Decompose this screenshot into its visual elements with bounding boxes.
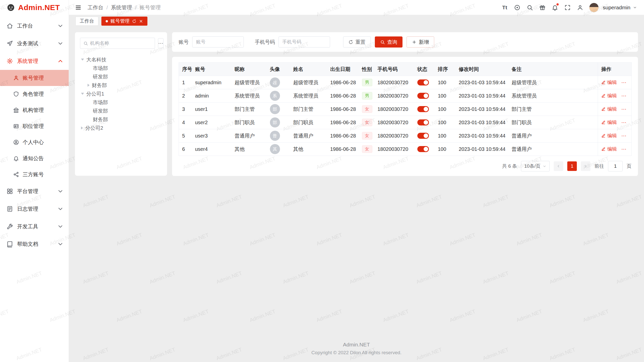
gender-badge: 女: [362, 119, 372, 126]
global-search-button[interactable]: [524, 2, 535, 13]
row-more-actions-button[interactable]: ⋯: [621, 146, 627, 152]
prev-page-button[interactable]: [554, 161, 563, 171]
goto-label: 前往: [594, 163, 604, 169]
edit-button[interactable]: 编辑: [601, 146, 617, 152]
refresh-icon: [348, 40, 353, 44]
pagination: 共 6 条 10条/页 1 前往 页: [179, 161, 631, 171]
lock-screen-button[interactable]: [575, 2, 586, 13]
sidebar-item-personal-center[interactable]: 个人中心: [0, 134, 69, 150]
current-page-button[interactable]: 1: [567, 161, 577, 171]
grid-icon: [7, 188, 13, 195]
cell-account: user1: [192, 103, 231, 116]
top-bar: 工作台 / 系统管理 / 账号管理 Tt superadmin: [69, 0, 644, 15]
sidebar-item-org-management[interactable]: 机构管理: [0, 102, 69, 118]
wrench-icon: [7, 223, 13, 230]
status-toggle[interactable]: [417, 119, 429, 125]
app-logo[interactable]: Admin.NET: [0, 0, 69, 15]
id-badge-icon: [13, 123, 19, 129]
status-toggle[interactable]: [417, 93, 429, 99]
skin-button[interactable]: [537, 2, 548, 13]
tab-account-management[interactable]: 账号管理: [101, 17, 147, 26]
filter-bar: 账号 手机号码 重置 查询: [172, 32, 638, 52]
edit-button[interactable]: 编辑: [601, 119, 617, 126]
edit-icon: [601, 80, 606, 85]
org-tree-toolbar: ⋯: [80, 38, 162, 49]
cell-modified: 2023-01-03 10:59:44: [456, 76, 508, 89]
org-search-input[interactable]: [90, 40, 152, 46]
plus-icon: [412, 40, 417, 44]
hamburger-menu-icon[interactable]: [75, 4, 82, 11]
status-toggle[interactable]: [417, 106, 429, 112]
row-more-actions-button[interactable]: ⋯: [621, 133, 627, 139]
edit-icon: [601, 120, 606, 125]
search-button[interactable]: 查询: [375, 36, 403, 48]
column-header-name: 姓名: [290, 63, 327, 76]
reset-button[interactable]: 重置: [343, 36, 371, 48]
row-more-actions-button[interactable]: ⋯: [621, 79, 627, 85]
edit-button[interactable]: 编辑: [601, 132, 617, 139]
sidebar-item-role-management[interactable]: 角色管理: [0, 86, 69, 102]
row-more-actions-button[interactable]: ⋯: [621, 119, 627, 125]
tree-node[interactable]: 研发部: [80, 72, 162, 81]
sidebar-item-platform-management[interactable]: 平台管理: [0, 183, 69, 200]
sidebar-item-third-party-account[interactable]: 三方账号: [0, 166, 69, 183]
next-page-button[interactable]: [581, 161, 590, 171]
sidebar-item-help-docs[interactable]: 帮助文档: [0, 235, 69, 253]
sidebar-item-position-management[interactable]: 职位管理: [0, 118, 69, 134]
document-icon: [7, 206, 13, 212]
tree-node[interactable]: 财务部: [80, 81, 162, 89]
tree-node[interactable]: 研发部: [80, 107, 162, 115]
table-row: 1 superadmin 超级管理员 超 超级管理员 1986-06-28 男 …: [179, 76, 632, 89]
status-toggle[interactable]: [417, 133, 429, 139]
notifications-button[interactable]: [549, 2, 560, 13]
caret-right-icon[interactable]: [81, 126, 83, 129]
page-size-select[interactable]: 10条/页: [521, 161, 550, 171]
tree-node[interactable]: 分公司2: [80, 124, 162, 132]
add-button[interactable]: 新增: [407, 36, 434, 48]
fullscreen-button[interactable]: [562, 2, 573, 13]
caret-right-icon[interactable]: [88, 84, 90, 87]
tab-workbench[interactable]: 工作台: [75, 17, 98, 26]
tree-node[interactable]: 财务部: [80, 115, 162, 124]
caret-down-icon[interactable]: [81, 59, 84, 61]
account-filter-input[interactable]: [192, 36, 244, 48]
tree-node[interactable]: 分公司1: [80, 89, 162, 98]
org-tree-more-button[interactable]: ⋯: [158, 38, 164, 48]
sidebar-item-account-management[interactable]: 账号管理: [0, 70, 69, 86]
font-size-button[interactable]: Tt: [499, 2, 510, 13]
username[interactable]: superadmin: [603, 5, 630, 11]
sidebar-item-notice[interactable]: 通知公告: [0, 150, 69, 166]
sidebar-item-system-management[interactable]: 系统管理: [0, 52, 69, 70]
tree-node[interactable]: 市场部: [80, 98, 162, 107]
sidebar-item-log-management[interactable]: 日志管理: [0, 200, 69, 218]
sidebar-item-dev-tools[interactable]: 开发工具: [0, 218, 69, 235]
edit-icon: [601, 147, 606, 151]
sidebar-item-workbench[interactable]: 工作台: [0, 17, 69, 35]
row-more-actions-button[interactable]: ⋯: [621, 106, 627, 112]
tree-node[interactable]: 大名科技: [80, 55, 162, 64]
logo-text: Admin.NET: [18, 3, 60, 12]
caret-down-icon[interactable]: [81, 93, 84, 95]
edit-button[interactable]: 编辑: [601, 93, 617, 99]
goto-page-input[interactable]: [608, 161, 623, 171]
status-toggle[interactable]: [417, 79, 429, 85]
column-header-modified: 修改时间: [456, 63, 508, 76]
chevron-down-icon[interactable]: [633, 6, 637, 10]
edit-button[interactable]: 编辑: [601, 106, 617, 112]
user-avatar[interactable]: [589, 3, 599, 12]
refresh-icon[interactable]: [132, 19, 136, 23]
breadcrumb-item[interactable]: 工作台: [88, 4, 103, 11]
cell-no: 1: [179, 76, 192, 89]
close-icon[interactable]: [139, 19, 143, 23]
theme-button[interactable]: [512, 2, 523, 13]
tree-node[interactable]: 市场部: [80, 64, 162, 72]
edit-button[interactable]: 编辑: [601, 79, 617, 86]
status-toggle[interactable]: [417, 146, 429, 152]
column-header-no: 序号: [179, 63, 192, 76]
row-more-actions-button[interactable]: ⋯: [621, 93, 627, 99]
phone-filter-input[interactable]: [278, 36, 330, 48]
cell-nickname: 超级管理员: [231, 76, 267, 89]
paper-plane-icon: [7, 40, 13, 47]
breadcrumb-item[interactable]: 系统管理: [111, 4, 132, 11]
sidebar-item-business-test[interactable]: 业务测试: [0, 35, 69, 52]
